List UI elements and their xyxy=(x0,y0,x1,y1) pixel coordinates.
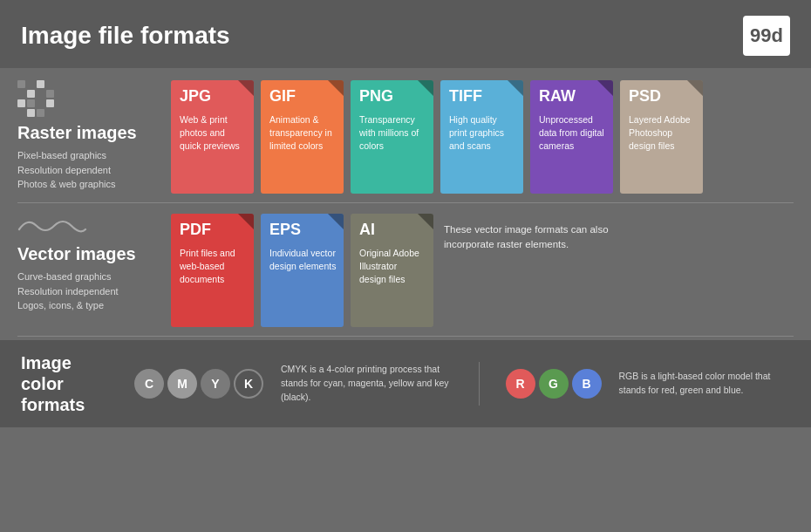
file-card-bg-tiff: TIFF High quality print graphics and sca… xyxy=(440,80,523,194)
raster-cards-row: JPG Web & print photos and quick preview… xyxy=(171,80,794,194)
circle-m: M xyxy=(167,369,197,399)
pixel-cell xyxy=(46,109,54,117)
file-label-raw: RAW xyxy=(539,87,576,106)
file-label-eps: EPS xyxy=(269,221,301,239)
wave-icon xyxy=(17,214,157,238)
dog-ear-jpg xyxy=(238,80,254,96)
file-card-psd: PSD Layered Adobe Photoshop design files xyxy=(620,80,703,194)
pixel-cell xyxy=(17,80,25,88)
pixel-cell xyxy=(46,80,54,88)
dog-ear-psd xyxy=(687,80,703,96)
dog-ear-ai xyxy=(418,214,433,229)
file-card-bg-ai: AI Original Adobe Illustrator design fil… xyxy=(351,214,433,327)
pixel-cell xyxy=(46,90,54,98)
dog-ear-eps xyxy=(328,214,344,229)
vector-desc: Curve-based graphics Resolution independ… xyxy=(17,269,157,313)
vector-label: Vector images Curve-based graphics Resol… xyxy=(17,214,157,313)
color-separator xyxy=(479,362,480,406)
file-card-jpg: JPG Web & print photos and quick preview… xyxy=(171,80,254,194)
dog-ear-png xyxy=(418,80,433,96)
pixel-cell xyxy=(46,99,54,107)
file-card-bg-gif: GIF Animation & transparency in limited … xyxy=(261,80,344,194)
circle-y: Y xyxy=(201,369,230,399)
pixel-cell xyxy=(27,90,35,98)
dog-ear-raw xyxy=(597,80,613,96)
file-label-tiff: TIFF xyxy=(449,87,482,106)
pixel-cell xyxy=(37,109,44,117)
dog-ear-tiff xyxy=(508,80,523,96)
pixel-cell xyxy=(37,90,44,98)
pixel-cell xyxy=(27,80,35,88)
rgb-group: R G B xyxy=(506,369,602,399)
file-card-ai: AI Original Adobe Illustrator design fil… xyxy=(351,214,433,327)
header: Image file formats 99d xyxy=(0,0,811,68)
circle-b: B xyxy=(572,369,602,399)
logo-99d: 99d xyxy=(743,16,790,56)
dog-ear-pdf xyxy=(238,214,254,229)
pixel-cell xyxy=(27,109,35,117)
pixel-cell xyxy=(17,99,25,107)
rgb-desc: RGB is a light-based color model that st… xyxy=(619,370,791,398)
file-card-tiff: TIFF High quality print graphics and sca… xyxy=(440,80,523,194)
section-divider xyxy=(17,202,794,203)
pixel-cell xyxy=(37,80,44,88)
pixel-cell xyxy=(27,99,35,107)
file-card-bg-png: PNG Transparency with millions of colors xyxy=(351,80,433,194)
vector-cards-row: PDF Print files and web-based documents … xyxy=(171,214,794,327)
raster-desc: Pixel-based graphics Resolution dependen… xyxy=(17,148,157,192)
vector-section: Vector images Curve-based graphics Resol… xyxy=(0,205,811,334)
file-card-bg-jpg: JPG Web & print photos and quick preview… xyxy=(171,80,254,194)
circle-r: R xyxy=(506,369,535,399)
file-card-bg-psd: PSD Layered Adobe Photoshop design files xyxy=(620,80,703,194)
file-label-pdf: PDF xyxy=(180,221,211,239)
cmyk-desc: CMYK is a 4-color printing process that … xyxy=(281,363,453,404)
color-formats-title: Image color formats xyxy=(21,352,117,415)
raster-section: Raster images Pixel-based graphics Resol… xyxy=(0,68,811,201)
raster-icon xyxy=(17,80,157,117)
raster-title: Raster images xyxy=(17,122,157,143)
file-card-bg-eps: EPS Individual vector design elements xyxy=(261,214,344,327)
file-card-png: PNG Transparency with millions of colors xyxy=(351,80,433,194)
raster-label: Raster images Pixel-based graphics Resol… xyxy=(17,80,157,192)
dog-ear-gif xyxy=(328,80,344,96)
page-title: Image file formats xyxy=(21,22,230,50)
circle-g: G xyxy=(539,369,569,399)
file-label-psd: PSD xyxy=(629,87,661,106)
file-card-eps: EPS Individual vector design elements xyxy=(261,214,344,327)
file-card-bg-pdf: PDF Print files and web-based documents xyxy=(171,214,254,327)
pixel-cell xyxy=(17,90,25,98)
vector-title: Vector images xyxy=(17,243,157,264)
circle-k: K xyxy=(234,369,263,399)
cmyk-group: C M Y K xyxy=(134,369,263,399)
file-card-gif: GIF Animation & transparency in limited … xyxy=(261,80,344,194)
file-card-raw: RAW Unprocessed data from digital camera… xyxy=(530,80,613,194)
pixel-cell xyxy=(17,109,25,117)
file-label-ai: AI xyxy=(359,221,375,239)
file-label-png: PNG xyxy=(359,87,393,106)
file-label-gif: GIF xyxy=(269,87,296,106)
file-card-bg-raw: RAW Unprocessed data from digital camera… xyxy=(530,80,613,194)
file-card-pdf: PDF Print files and web-based documents xyxy=(171,214,254,327)
pixel-cell xyxy=(37,99,44,107)
circle-c: C xyxy=(134,369,164,399)
file-label-jpg: JPG xyxy=(180,87,211,106)
vector-note: These vector image formats can also inco… xyxy=(440,214,624,253)
bottom-divider xyxy=(17,336,794,337)
color-formats-section: Image color formats C M Y K CMYK is a 4-… xyxy=(0,340,811,427)
